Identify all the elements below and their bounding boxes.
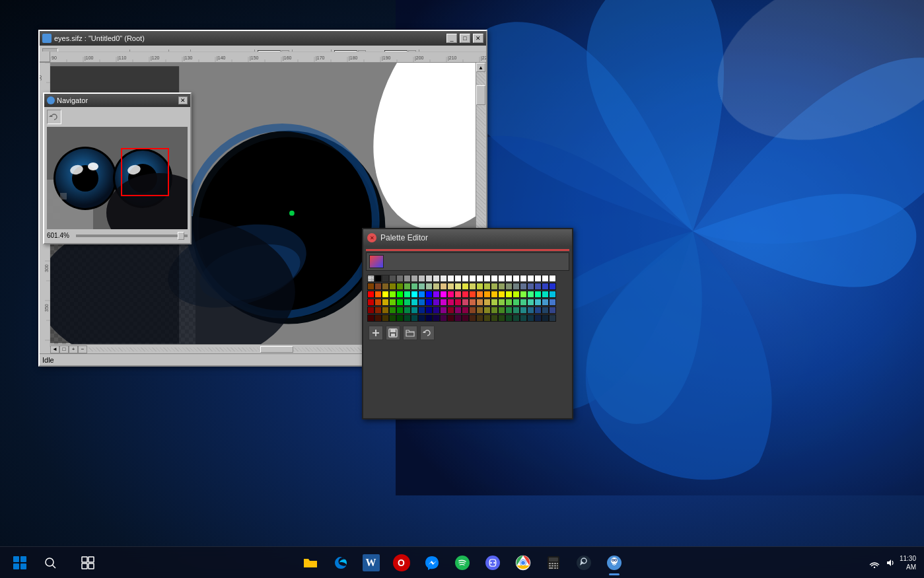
maximize-button[interactable]: □ — [460, 34, 470, 43]
color-cell[interactable] — [534, 275, 542, 282]
color-cell[interactable] — [454, 307, 462, 314]
color-cell[interactable] — [418, 307, 425, 314]
color-cell[interactable] — [505, 314, 513, 322]
color-cell[interactable] — [404, 314, 411, 322]
color-cell[interactable] — [513, 299, 520, 306]
color-cell[interactable] — [505, 283, 513, 290]
color-cell[interactable] — [433, 314, 440, 322]
color-cell[interactable] — [498, 314, 505, 322]
color-cell[interactable] — [469, 314, 476, 322]
palette-refresh-button[interactable] — [420, 326, 435, 340]
color-cell[interactable] — [382, 275, 389, 282]
color-white[interactable] — [454, 275, 462, 282]
color-cell[interactable] — [411, 314, 418, 322]
color-cell[interactable] — [411, 299, 418, 306]
color-cell[interactable] — [374, 291, 382, 298]
palette-save-button[interactable] — [386, 326, 400, 340]
app-titlebar[interactable]: eyes.sifz : "Untitled0" (Root) _ □ ✕ — [40, 31, 486, 46]
color-cell[interactable] — [520, 283, 527, 290]
color-cell[interactable] — [404, 291, 411, 298]
color-cell[interactable] — [447, 291, 454, 298]
color-cell[interactable] — [476, 291, 483, 298]
taskbar-app-steam[interactable] — [569, 548, 598, 577]
color-cell[interactable] — [374, 283, 382, 290]
color-cell[interactable] — [483, 314, 491, 322]
color-cell[interactable] — [440, 307, 447, 314]
color-cell[interactable] — [476, 283, 483, 290]
color-cell[interactable] — [433, 291, 440, 298]
color-cell[interactable] — [476, 275, 483, 282]
color-cell[interactable] — [527, 291, 534, 298]
color-cell[interactable] — [520, 275, 527, 282]
color-cell[interactable] — [382, 283, 389, 290]
color-cell[interactable] — [483, 307, 491, 314]
color-blue[interactable] — [425, 291, 433, 298]
color-cell[interactable] — [440, 283, 447, 290]
color-cell[interactable] — [534, 291, 542, 298]
color-cell[interactable] — [396, 299, 404, 306]
color-cell[interactable] — [498, 275, 505, 282]
zoom-fit[interactable]: □ — [59, 345, 69, 353]
color-cell[interactable] — [476, 314, 483, 322]
color-cell[interactable] — [425, 299, 433, 306]
color-cell[interactable] — [418, 283, 425, 290]
color-cell[interactable] — [462, 299, 469, 306]
color-cell[interactable] — [549, 299, 556, 306]
color-cell[interactable] — [491, 291, 498, 298]
color-cell[interactable] — [425, 314, 433, 322]
navigator-close[interactable]: ✕ — [178, 96, 188, 104]
taskbar-app-synfig[interactable] — [600, 548, 629, 577]
zoom-in-btn[interactable]: + — [69, 345, 78, 353]
color-cell[interactable] — [469, 299, 476, 306]
taskbar-start-button[interactable] — [8, 551, 32, 575]
color-cell[interactable] — [418, 299, 425, 306]
color-cell[interactable] — [469, 307, 476, 314]
color-cell[interactable] — [498, 283, 505, 290]
palette-folder-button[interactable] — [403, 326, 417, 340]
color-cell[interactable] — [498, 299, 505, 306]
color-cell[interactable] — [396, 314, 404, 322]
color-cell[interactable] — [404, 299, 411, 306]
color-cell[interactable] — [520, 307, 527, 314]
color-cell[interactable] — [549, 314, 556, 322]
color-cell[interactable] — [418, 314, 425, 322]
taskbar-app-messenger[interactable] — [417, 548, 446, 577]
color-cell[interactable] — [389, 314, 396, 322]
color-cell[interactable] — [549, 275, 556, 282]
color-cell[interactable] — [542, 291, 549, 298]
color-cell[interactable] — [542, 307, 549, 314]
color-cell[interactable] — [367, 314, 374, 322]
color-transparent[interactable] — [367, 275, 374, 282]
color-cell[interactable] — [447, 299, 454, 306]
color-cell[interactable] — [389, 307, 396, 314]
color-cell[interactable] — [505, 299, 513, 306]
color-cell[interactable] — [367, 299, 374, 306]
color-cell[interactable] — [447, 275, 454, 282]
color-cell[interactable] — [411, 283, 418, 290]
palette-add-button[interactable] — [369, 326, 383, 340]
zoom-out-btn[interactable]: − — [78, 345, 87, 353]
color-cell[interactable] — [411, 275, 418, 282]
color-cell[interactable] — [542, 299, 549, 306]
color-cell[interactable] — [476, 299, 483, 306]
taskbar-app-discord[interactable] — [478, 548, 507, 577]
color-cell[interactable] — [389, 299, 396, 306]
color-cell[interactable] — [411, 307, 418, 314]
color-cell[interactable] — [513, 314, 520, 322]
taskbar-app-chrome[interactable] — [509, 548, 538, 577]
color-cell[interactable] — [498, 291, 505, 298]
color-cell[interactable] — [404, 307, 411, 314]
color-cell[interactable] — [534, 307, 542, 314]
palette-close-button[interactable]: ✕ — [367, 233, 376, 242]
color-cell[interactable] — [447, 307, 454, 314]
color-cell[interactable] — [418, 275, 425, 282]
color-cell[interactable] — [454, 283, 462, 290]
color-cell[interactable] — [483, 275, 491, 282]
color-cell[interactable] — [491, 307, 498, 314]
color-cell[interactable] — [513, 291, 520, 298]
color-cell[interactable] — [396, 283, 404, 290]
navigator-titlebar[interactable]: Navigator ✕ — [44, 94, 190, 107]
color-cell[interactable] — [534, 283, 542, 290]
color-cell[interactable] — [483, 291, 491, 298]
taskbar-clock[interactable]: 11:30 AM — [900, 554, 916, 571]
